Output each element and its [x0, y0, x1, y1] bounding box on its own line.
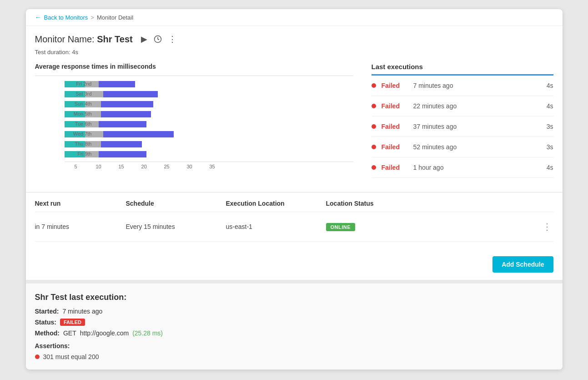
assertion-dot-0: [35, 355, 40, 359]
row-more-options-button[interactable]: ⋮: [541, 219, 553, 234]
chart-title: Average response times in milliseconds: [35, 63, 353, 70]
x-axis: 5 10 15 20 25 30 35: [65, 164, 353, 169]
execution-duration-1: 4s: [540, 102, 553, 110]
next-run-value: in 7 minutes: [35, 223, 126, 230]
method-detail: Method: GET http://google.com (25.28 ms): [35, 329, 553, 337]
schedule-col-schedule: Schedule: [126, 200, 226, 207]
monitor-header: 1 Monitor Name: Shr Test ▶ ⋮: [26, 26, 563, 49]
chart-row-1: Sat 3rd: [65, 91, 353, 98]
execution-time-2: 37 minutes ago: [413, 123, 540, 130]
execution-duration-2: 3s: [540, 123, 553, 130]
execution-row-3[interactable]: Failed 52 minutes ago 3s: [372, 137, 553, 157]
chart-section: 2 Average response times in milliseconds…: [35, 63, 353, 183]
chart-row-7: Fri 9th: [65, 151, 353, 158]
chart-row-0: Fri 2nd: [65, 81, 353, 88]
bar-label-1: Sat 3rd: [65, 91, 92, 96]
monitor-title: Monitor Name: Shr Test: [35, 34, 133, 45]
execution-row-0[interactable]: Failed 7 minutes ago 4s: [372, 76, 553, 96]
main-container: ← Back to Monitors > Monitor Detail 1 Mo…: [26, 9, 563, 370]
last-execution-section: 4 Shr Test last execution: Started: 7 mi…: [26, 284, 563, 370]
execution-duration-3: 3s: [540, 143, 553, 151]
breadcrumb-bar: ← Back to Monitors > Monitor Detail: [26, 9, 563, 26]
last-exec-title: Shr Test last execution:: [35, 293, 553, 302]
execution-duration-4: 4s: [540, 164, 553, 171]
schedule-col-location: Execution Location: [226, 200, 326, 207]
execution-status-0: Failed: [382, 82, 413, 89]
execution-row-4[interactable]: Failed 1 hour ago 4s: [372, 157, 553, 178]
test-duration: Test duration: 4s: [26, 49, 563, 63]
bar-label-4: Tue 6th: [65, 121, 92, 127]
history-button[interactable]: [153, 34, 163, 44]
execution-duration-0: 4s: [540, 82, 553, 89]
location-status-value: ONLINE: [326, 223, 541, 230]
execution-status-2: Failed: [382, 123, 413, 130]
assertions-section: Assertions: 301 must equal 200: [35, 342, 553, 360]
execution-time-1: 22 minutes ago: [413, 102, 540, 110]
breadcrumb-separator: >: [90, 14, 94, 21]
bar-chart: Fri 2nd Sat 3rd: [65, 81, 353, 158]
add-schedule-area: 6 Add Schedule: [26, 249, 563, 284]
execution-time-4: 1 hour ago: [413, 164, 540, 171]
executions-title: Last executions: [372, 63, 553, 76]
failed-dot-1: [372, 104, 376, 108]
play-button[interactable]: ▶: [140, 33, 148, 45]
bar-label-0: Fri 2nd: [65, 81, 92, 86]
failed-dot-0: [372, 83, 376, 88]
failed-dot-3: [372, 145, 376, 149]
schedule-header: Next run Schedule Execution Location Loc…: [35, 200, 553, 212]
chart-row-2: Sun 4th: [65, 101, 353, 108]
failed-status-badge: FAILED: [60, 319, 85, 326]
executions-section: 5 Last executions Failed 7 minutes ago 4…: [372, 63, 553, 183]
add-schedule-button[interactable]: Add Schedule: [493, 256, 553, 273]
schedule-value: Every 15 minutes: [126, 223, 226, 230]
breadcrumb-current: Monitor Detail: [97, 14, 133, 21]
schedule-section: 3 Next run Schedule Execution Location L…: [26, 193, 563, 249]
bar-label-6: Thu 8th: [65, 141, 92, 147]
top-section: 2 Average response times in milliseconds…: [26, 63, 563, 192]
location-value: us-east-1: [226, 223, 326, 230]
chart-top-border: [35, 76, 353, 76]
chart-row-4: Tue 6th: [65, 121, 353, 128]
arrow-left-icon: ←: [35, 14, 41, 21]
bar-label-2: Sun 4th: [65, 101, 92, 106]
chart-row-5: Wed 7th: [65, 131, 353, 138]
chart-row-6: Thu 8th: [65, 141, 353, 148]
bar-label-5: Wed 7th: [65, 131, 92, 137]
started-detail: Started: 7 minutes ago: [35, 308, 553, 315]
schedule-col-status: Location Status: [326, 200, 553, 207]
assertions-title: Assertions:: [35, 342, 553, 350]
failed-dot-4: [372, 165, 376, 170]
bar-label-7: Fri 9th: [65, 151, 92, 157]
assertion-row-0: 301 must equal 200: [35, 353, 553, 360]
header-icons: ▶ ⋮: [140, 33, 177, 45]
more-options-button[interactable]: ⋮: [167, 33, 177, 45]
status-detail: Status: FAILED: [35, 319, 553, 326]
failed-dot-2: [372, 124, 376, 129]
execution-status-4: Failed: [382, 164, 413, 171]
chart-bottom-border: [65, 162, 353, 162]
execution-status-1: Failed: [382, 102, 413, 110]
execution-status-3: Failed: [382, 143, 413, 151]
schedule-col-next-run: Next run: [35, 200, 126, 207]
assertion-text-0: 301 must equal 200: [43, 353, 99, 360]
bar-label-3: Mon 5th: [65, 111, 92, 117]
online-badge: ONLINE: [326, 223, 356, 231]
back-to-monitors-link[interactable]: Back to Monitors: [44, 14, 88, 21]
schedule-row-0: in 7 minutes Every 15 minutes us-east-1 …: [35, 212, 553, 242]
execution-time-0: 7 minutes ago: [413, 82, 540, 89]
execution-row-2[interactable]: Failed 37 minutes ago 3s: [372, 117, 553, 137]
url-ms: (25.28 ms): [132, 329, 163, 337]
chart-row-3: Mon 5th: [65, 111, 353, 118]
execution-time-3: 52 minutes ago: [413, 143, 540, 151]
execution-row-1[interactable]: Failed 22 minutes ago 4s: [372, 96, 553, 117]
